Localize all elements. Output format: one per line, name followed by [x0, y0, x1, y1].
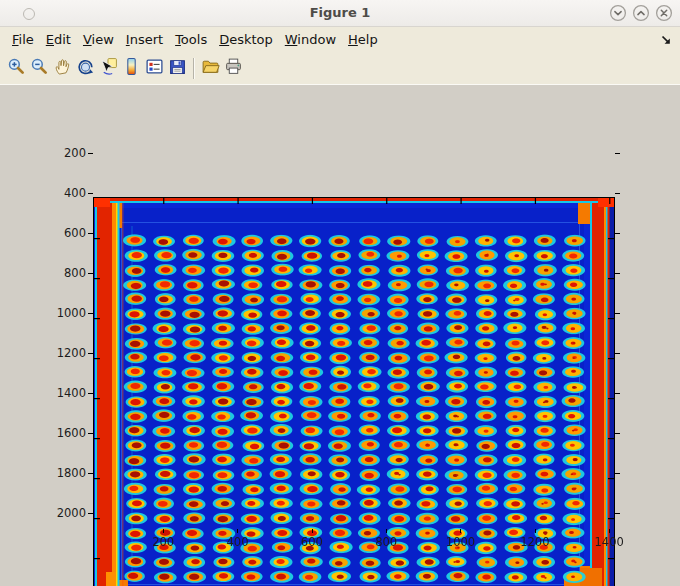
y-tick-mark-right	[615, 513, 620, 514]
zoom-out-tool-button[interactable]	[28, 57, 51, 79]
y-tick-mark-left	[88, 433, 93, 434]
pan-tool-button[interactable]	[51, 57, 74, 79]
zoom-in-tool-button[interactable]	[5, 57, 28, 79]
minimize-button[interactable]	[609, 4, 627, 22]
x-tick-mark	[535, 529, 536, 533]
chevron-up-icon	[632, 4, 650, 22]
print-icon	[224, 57, 243, 80]
window-controls	[609, 4, 673, 22]
y-tick-label: 600	[44, 226, 86, 240]
menu-help[interactable]: Help	[348, 32, 378, 47]
x-tick-label: 800	[375, 535, 397, 549]
y-tick-label: 1200	[44, 346, 86, 360]
print-tool-button[interactable]	[222, 57, 245, 79]
pan-icon	[53, 57, 72, 80]
insert-colorbar-tool-button[interactable]	[120, 57, 143, 79]
window-menu-icon[interactable]	[23, 8, 35, 20]
window-title: Figure 1	[0, 0, 680, 26]
menubar: FileEditViewInsertToolsDesktopWindowHelp	[0, 27, 680, 52]
toolbar-separator	[193, 58, 195, 79]
y-tick-label: 800	[44, 266, 86, 280]
dock-figure-icon[interactable]	[660, 34, 672, 46]
menu-window[interactable]: Window	[285, 32, 336, 47]
y-tick-label: 1600	[44, 426, 86, 440]
save-tool-button[interactable]	[166, 57, 189, 79]
y-tick-label: 2000	[44, 506, 86, 520]
y-tick-mark-left	[88, 513, 93, 514]
maximize-button[interactable]	[632, 4, 650, 22]
rotate-3d-icon	[76, 57, 95, 80]
figure-canvas: Retry Continue / Finish 2004006008001000…	[0, 85, 680, 586]
open-icon	[201, 57, 220, 80]
x-tick-label: 1400	[595, 535, 624, 549]
y-tick-mark-right	[615, 153, 620, 154]
y-tick-mark-left	[88, 353, 93, 354]
zoom-in-icon	[7, 57, 26, 80]
menu-desktop[interactable]: Desktop	[219, 32, 273, 47]
x-tick-mark	[386, 529, 387, 533]
y-tick-mark-right	[615, 233, 620, 234]
open-tool-button[interactable]	[199, 57, 222, 79]
y-tick-label: 1000	[44, 306, 86, 320]
y-tick-mark-left	[88, 233, 93, 234]
y-tick-label: 400	[44, 186, 86, 200]
y-tick-mark-right	[615, 393, 620, 394]
x-tick-label: 600	[301, 535, 323, 549]
y-tick-label: 200	[44, 146, 86, 160]
data-cursor-icon	[99, 57, 118, 80]
y-tick-mark-left	[88, 473, 93, 474]
y-tick-mark-left	[88, 273, 93, 274]
x-tick-mark	[237, 529, 238, 533]
y-tick-label: 1400	[44, 386, 86, 400]
chevron-down-icon	[609, 4, 627, 22]
x-tick-mark	[460, 529, 461, 533]
insert-legend-tool-button[interactable]	[143, 57, 166, 79]
close-button[interactable]	[655, 4, 673, 22]
titlebar: Figure 1	[0, 0, 680, 27]
x-tick-label: 400	[226, 535, 248, 549]
y-tick-mark-right	[615, 273, 620, 274]
x-tick-label: 200	[152, 535, 174, 549]
data-cursor-tool-button[interactable]	[97, 57, 120, 79]
y-tick-mark-left	[88, 153, 93, 154]
y-tick-mark-right	[615, 313, 620, 314]
y-tick-label: 1800	[44, 466, 86, 480]
x-tick-label: 1200	[520, 535, 549, 549]
close-icon	[655, 4, 673, 22]
save-icon	[168, 57, 187, 80]
x-tick-mark	[312, 529, 313, 533]
figure-window: Figure 1 FileE	[0, 0, 680, 586]
y-tick-mark-left	[88, 313, 93, 314]
menu-file[interactable]: File	[12, 32, 34, 47]
x-tick-mark	[163, 529, 164, 533]
zoom-out-icon	[30, 57, 49, 80]
rotate-3d-tool-button[interactable]	[74, 57, 97, 79]
plate-heatmap-image[interactable]	[94, 198, 614, 586]
plot-axes	[93, 197, 615, 586]
y-tick-mark-left	[88, 193, 93, 194]
x-tick-mark	[609, 529, 610, 533]
menu-insert[interactable]: Insert	[126, 32, 163, 47]
y-tick-mark-right	[615, 473, 620, 474]
insert-legend-icon	[145, 57, 164, 80]
insert-colorbar-icon	[122, 57, 141, 80]
x-tick-label: 1000	[446, 535, 475, 549]
y-tick-mark-left	[88, 393, 93, 394]
y-tick-mark-right	[615, 433, 620, 434]
menu-view[interactable]: View	[83, 32, 114, 47]
figure-toolbar	[0, 52, 680, 85]
menu-edit[interactable]: Edit	[46, 32, 71, 47]
y-tick-mark-right	[615, 193, 620, 194]
y-tick-mark-right	[615, 353, 620, 354]
menu-tools[interactable]: Tools	[175, 32, 207, 47]
